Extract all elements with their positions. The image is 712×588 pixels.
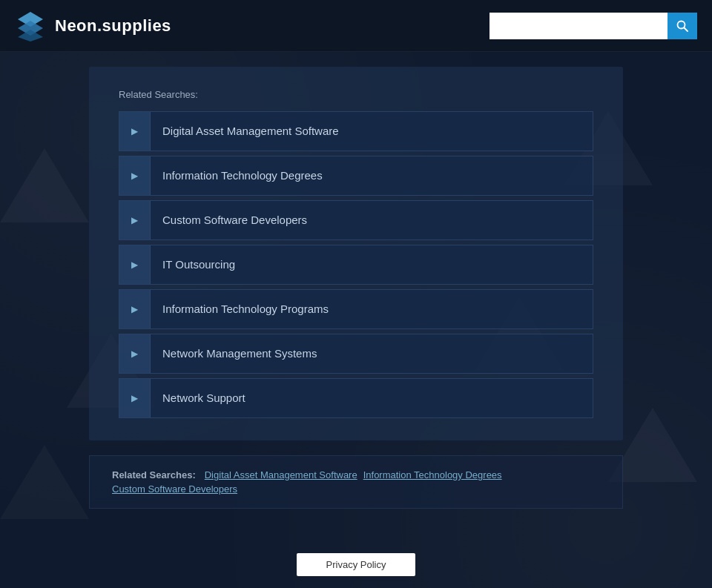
privacy-policy-button[interactable]: Privacy Policy (297, 553, 416, 576)
search-item-label: Network Support (151, 383, 257, 413)
search-item[interactable]: ▶ Network Support (119, 378, 593, 418)
footer-link-2[interactable]: Information Technology Degrees (363, 469, 502, 480)
search-item-label: IT Outsourcing (151, 250, 247, 280)
search-button[interactable] (668, 13, 697, 39)
arrow-icon: ▶ (119, 156, 151, 195)
search-item[interactable]: ▶ Information Technology Degrees (119, 156, 593, 196)
search-item-label: Information Technology Degrees (151, 161, 334, 191)
search-panel: Related Searches: ▶ Digital Asset Manage… (89, 67, 623, 440)
search-item-label: Network Management Systems (151, 339, 329, 369)
footer-related-label: Related Searches: (112, 469, 196, 480)
search-area (490, 13, 697, 39)
arrow-icon: ▶ (119, 334, 151, 373)
arrow-icon: ▶ (119, 201, 151, 240)
search-item-label: Custom Software Developers (151, 205, 319, 235)
site-header: Neon.supplies (0, 0, 712, 52)
arrow-icon: ▶ (119, 379, 151, 417)
search-input[interactable] (490, 13, 668, 39)
search-item[interactable]: ▶ Custom Software Developers (119, 200, 593, 240)
search-item-label: Digital Asset Management Software (151, 116, 351, 146)
svg-marker-2 (18, 30, 43, 42)
search-item[interactable]: ▶ IT Outsourcing (119, 245, 593, 285)
privacy-bar: Privacy Policy (297, 553, 416, 576)
search-item[interactable]: ▶ Network Management Systems (119, 334, 593, 374)
search-icon (676, 20, 688, 32)
main-content: Related Searches: ▶ Digital Asset Manage… (0, 52, 712, 538)
search-item[interactable]: ▶ Digital Asset Management Software (119, 111, 593, 151)
arrow-icon: ▶ (119, 245, 151, 284)
svg-line-4 (685, 27, 688, 31)
logo-area: Neon.supplies (15, 10, 171, 42)
search-items-list: ▶ Digital Asset Management Software ▶ In… (119, 111, 593, 418)
footer-related-searches: Related Searches: Digital Asset Manageme… (112, 469, 600, 495)
arrow-icon: ▶ (119, 112, 151, 151)
footer-panel: Related Searches: Digital Asset Manageme… (89, 455, 623, 509)
search-item-label: Information Technology Programs (151, 294, 340, 324)
footer-link-1[interactable]: Digital Asset Management Software (205, 469, 357, 480)
search-item[interactable]: ▶ Information Technology Programs (119, 289, 593, 329)
arrow-icon: ▶ (119, 290, 151, 328)
footer-link-3[interactable]: Custom Software Developers (112, 483, 237, 495)
logo-icon (15, 10, 46, 42)
related-searches-heading: Related Searches: (119, 89, 593, 100)
site-title: Neon.supplies (55, 16, 171, 36)
